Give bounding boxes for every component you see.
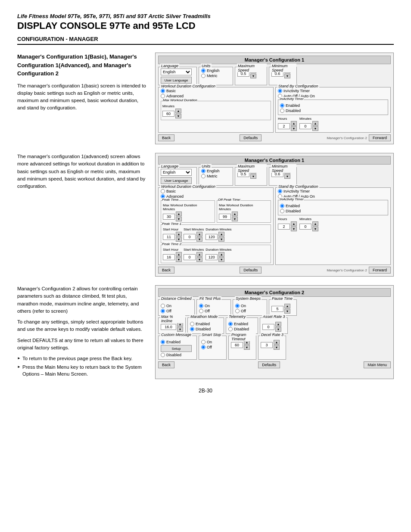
adv-mins-input[interactable] (299, 224, 311, 230)
dist-on-radio[interactable] (161, 304, 165, 308)
minutes-input[interactable] (162, 111, 174, 117)
mins-input[interactable] (299, 123, 311, 129)
off-peak-up[interactable]: ▲ (232, 212, 238, 216)
peak2-duration-down[interactable]: ▼ (218, 257, 224, 262)
peak2-hour-up[interactable]: ▲ (176, 252, 182, 257)
back-button-3[interactable]: Back (158, 361, 174, 368)
minutes-down[interactable]: ▼ (175, 114, 181, 118)
peak2-hour-down[interactable]: ▼ (176, 257, 182, 262)
adv-hours-input[interactable] (278, 224, 290, 230)
sys-on-radio[interactable] (235, 304, 240, 308)
config2-label-1: Manager's Configuration 2 (327, 136, 367, 140)
marathon-enabled-radio[interactable] (190, 322, 194, 326)
pause-up[interactable]: ▲ (284, 304, 290, 308)
adv-mins-down[interactable]: ▼ (312, 227, 318, 231)
marathon-disabled-radio[interactable] (190, 327, 194, 331)
pause-input[interactable] (271, 306, 283, 312)
peak-min-up[interactable]: ▲ (176, 212, 182, 216)
adv-hours-down[interactable]: ▼ (291, 227, 297, 231)
adv-user-language-button[interactable]: User Language (161, 177, 192, 184)
peak1-hour-down[interactable]: ▼ (176, 237, 182, 242)
deccelrate-down[interactable]: ▼ (274, 345, 280, 350)
minutes-up[interactable]: ▲ (175, 109, 181, 113)
peak1-mins-input[interactable] (184, 234, 196, 240)
peak1-hour-input[interactable] (163, 234, 175, 240)
fit-on-radio[interactable] (199, 304, 203, 308)
mins-down[interactable]: ▼ (312, 126, 318, 131)
min-speed-down[interactable]: ▼ (284, 74, 290, 78)
peak1-duration-up[interactable]: ▲ (218, 232, 224, 236)
units-metric-radio[interactable] (201, 74, 206, 78)
enabled-radio[interactable] (280, 103, 284, 108)
telemetry-enabled-radio[interactable] (228, 322, 233, 326)
max-speed-down[interactable]: ▼ (250, 74, 256, 78)
custom-enabled-radio[interactable] (161, 340, 165, 344)
off-peak-down[interactable]: ▼ (232, 217, 238, 221)
maxinc-down[interactable]: ▼ (177, 327, 183, 332)
peak-minutes-input[interactable] (163, 214, 175, 220)
defaults-button-3[interactable]: Defaults (258, 361, 280, 368)
peak1-duration-down[interactable]: ▼ (218, 237, 224, 242)
custom-disabled-radio[interactable] (161, 353, 165, 357)
adv-max-speed-down[interactable]: ▼ (250, 174, 256, 179)
deccelrate-up[interactable]: ▲ (274, 340, 280, 345)
mainmenu-button[interactable]: Main Menu (364, 361, 391, 368)
assetrate-up[interactable]: ▲ (275, 322, 281, 327)
inactivity-timer-radio[interactable] (278, 89, 282, 93)
dist-off-radio[interactable] (161, 309, 165, 313)
assetrate-input[interactable] (262, 324, 274, 330)
back-button-2[interactable]: Back (158, 267, 174, 274)
peak1-duration-input[interactable] (206, 234, 218, 240)
defaults-button-2[interactable]: Defaults (240, 267, 262, 274)
telemetry-disabled-radio[interactable] (228, 327, 233, 331)
peak1-hour-up[interactable]: ▲ (176, 232, 182, 236)
adv-mins-up[interactable]: ▲ (312, 221, 318, 226)
adv-min-speed-down[interactable]: ▼ (284, 174, 290, 179)
mins-up[interactable]: ▲ (312, 121, 318, 126)
peak2-hour-input[interactable] (163, 254, 175, 260)
peak1-mins-up[interactable]: ▲ (196, 232, 202, 236)
disabled-radio[interactable] (280, 109, 284, 113)
adv-inactivity-radio[interactable] (278, 189, 282, 193)
adv-units-metric-radio[interactable] (201, 174, 206, 178)
hours-up[interactable]: ▲ (291, 121, 297, 126)
peak-min-down[interactable]: ▼ (176, 217, 182, 221)
advanced-radio[interactable] (161, 94, 165, 98)
defaults-button-1[interactable]: Defaults (240, 134, 262, 141)
units-english-radio[interactable] (201, 68, 206, 73)
forward-button-2[interactable]: Forward (369, 267, 391, 274)
adv-enabled-radio[interactable] (280, 204, 284, 208)
hours-down[interactable]: ▼ (291, 126, 297, 131)
assetrate-down[interactable]: ▼ (275, 327, 281, 332)
adv-disabled-radio[interactable] (280, 209, 284, 213)
setup-button[interactable]: Setup (161, 345, 192, 352)
hours-control: ▲ ▼ (278, 121, 297, 131)
pause-down[interactable]: ▼ (284, 309, 290, 314)
peak2-duration-input[interactable] (206, 254, 218, 260)
peak2-duration-up[interactable]: ▲ (218, 252, 224, 257)
peak2-mins-down[interactable]: ▼ (196, 257, 202, 262)
user-language-button[interactable]: User Language (161, 77, 192, 84)
deccelrate-input[interactable] (261, 342, 273, 348)
peak2-mins-input[interactable] (184, 254, 196, 260)
peak2-mins-up[interactable]: ▲ (196, 252, 202, 257)
sys-off-radio[interactable] (235, 309, 240, 313)
off-peak-minutes-input[interactable] (219, 214, 231, 220)
smartstop-off-radio[interactable] (201, 345, 206, 349)
smartstop-on-radio[interactable] (201, 340, 206, 344)
maxinc-input[interactable] (161, 324, 176, 330)
page-number: 2B-30 (17, 388, 394, 394)
progtimeout-down[interactable]: ▼ (244, 345, 250, 350)
fit-off-radio[interactable] (199, 309, 203, 313)
progtimeout-input[interactable] (231, 342, 243, 348)
forward-button-1[interactable]: Forward (369, 134, 391, 141)
adv-hours-up[interactable]: ▲ (291, 221, 297, 226)
adv-language-select[interactable]: English (161, 169, 192, 176)
adv-basic-radio[interactable] (161, 189, 165, 193)
language-select[interactable]: English (161, 68, 192, 75)
adv-units-english-radio[interactable] (201, 169, 206, 173)
hours-input[interactable] (278, 123, 290, 129)
basic-radio[interactable] (161, 89, 165, 93)
peak1-mins-down[interactable]: ▼ (196, 237, 202, 242)
back-button-1[interactable]: Back (158, 134, 174, 141)
